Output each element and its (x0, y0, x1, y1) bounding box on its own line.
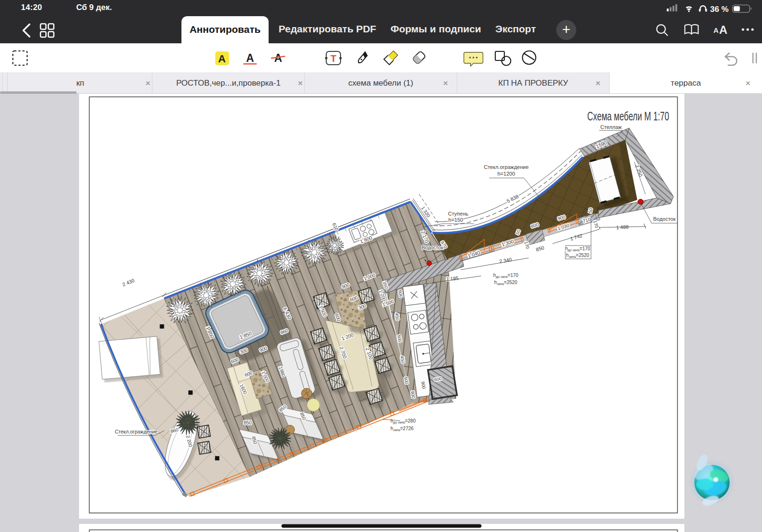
svg-text:Ступень: Ступень (448, 211, 469, 217)
svg-text:h=1200: h=1200 (497, 171, 515, 177)
svg-text:Стекл.ограждение: Стекл.ограждение (484, 164, 529, 170)
svg-text:h=150: h=150 (449, 217, 463, 223)
svg-text:Водосток: Водосток (422, 245, 443, 250)
svg-text:Схема мебели М 1:70: Схема мебели М 1:70 (587, 109, 669, 123)
svg-text:A: A (218, 53, 226, 65)
svg-text:A: A (246, 52, 254, 64)
svg-text:A: A (719, 23, 727, 36)
svg-text:36 %: 36 % (710, 5, 729, 14)
svg-text:T: T (331, 53, 336, 64)
svg-text:Водосток: Водосток (653, 216, 675, 222)
svg-text:850: 850 (244, 420, 252, 425)
svg-text:50: 50 (587, 207, 593, 213)
svg-text:Стеллаж: Стеллаж (601, 124, 622, 130)
svg-text:A: A (713, 26, 719, 34)
svg-text:Стекл.ограждение: Стекл.ограждение (115, 429, 158, 434)
